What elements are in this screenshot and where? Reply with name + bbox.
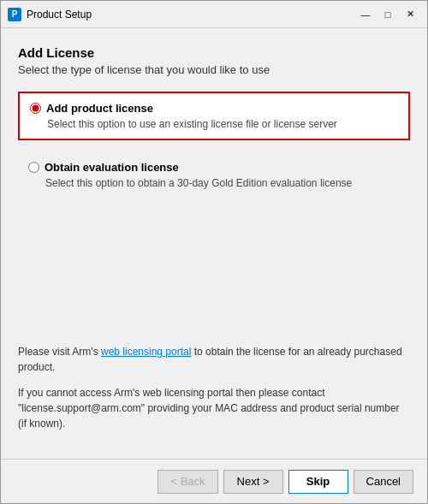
obtain-evaluation-license-label: Obtain evaluation license	[45, 161, 179, 174]
window-controls: — □ ✕	[355, 6, 420, 23]
window-title: Product Setup	[27, 9, 355, 21]
footer: < Back Next > Skip Cancel	[1, 459, 427, 503]
info-section: Please visit Arm's web licensing portal …	[18, 201, 410, 450]
web-licensing-portal-link[interactable]: web licensing portal	[101, 346, 191, 358]
add-product-license-label: Add product license	[46, 102, 153, 115]
info-paragraph-1: Please visit Arm's web licensing portal …	[18, 344, 410, 375]
skip-button[interactable]: Skip	[288, 470, 348, 494]
section-title: Add License	[18, 45, 410, 60]
app-icon: P	[8, 8, 21, 21]
add-product-license-desc: Select this option to use an existing li…	[47, 118, 398, 130]
obtain-evaluation-license-row: Obtain evaluation license	[28, 161, 400, 174]
main-content: Add License Select the type of license t…	[1, 28, 427, 459]
obtain-evaluation-license-radio[interactable]	[28, 162, 39, 173]
info-paragraph-2: If you cannot access Arm's web licensing…	[18, 385, 410, 431]
main-window: P Product Setup — □ ✕ Add License Select…	[0, 0, 428, 504]
obtain-evaluation-license-desc: Select this option to obtain a 30-day Go…	[45, 177, 400, 189]
title-bar: P Product Setup — □ ✕	[1, 1, 427, 28]
obtain-evaluation-license-box[interactable]: Obtain evaluation license Select this op…	[18, 152, 410, 198]
close-button[interactable]: ✕	[400, 6, 420, 23]
minimize-button[interactable]: —	[355, 6, 376, 23]
info-text-before-link: Please visit Arm's	[18, 346, 101, 358]
next-button[interactable]: Next >	[223, 470, 283, 494]
cancel-button[interactable]: Cancel	[354, 470, 413, 494]
add-product-license-row: Add product license	[30, 102, 398, 115]
back-button[interactable]: < Back	[158, 470, 217, 494]
maximize-button[interactable]: □	[377, 6, 398, 23]
add-product-license-box[interactable]: Add product license Select this option t…	[18, 92, 410, 140]
add-product-license-radio[interactable]	[30, 103, 41, 114]
section-subtitle: Select the type of license that you woul…	[18, 63, 410, 76]
